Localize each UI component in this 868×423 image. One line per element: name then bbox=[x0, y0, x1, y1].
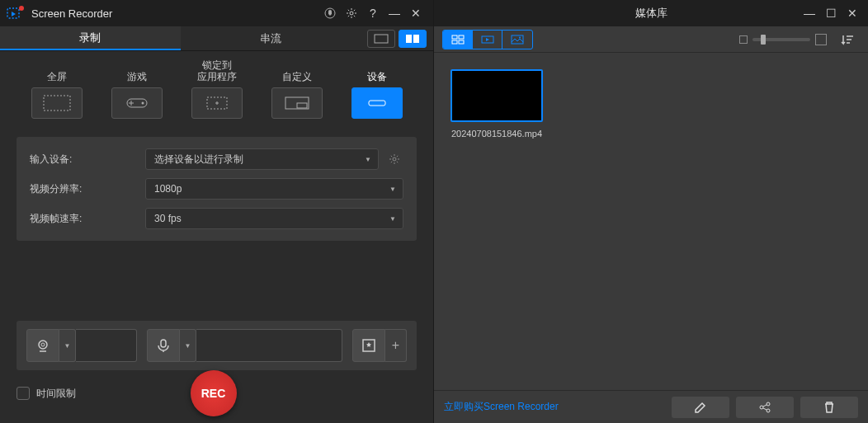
microphone-button[interactable] bbox=[147, 329, 180, 362]
framerate-dropdown[interactable]: 30 fps bbox=[145, 208, 403, 229]
svg-point-30 bbox=[767, 409, 770, 412]
settings-icon[interactable] bbox=[341, 2, 362, 24]
mode-game[interactable]: 游戏 bbox=[104, 59, 170, 119]
media-thumbnail bbox=[451, 69, 543, 122]
library-titlebar: 媒体库 — ☐ ✕ bbox=[434, 0, 868, 26]
share-button[interactable] bbox=[736, 397, 794, 418]
minimize-icon[interactable]: — bbox=[384, 2, 405, 24]
svg-rect-8 bbox=[44, 96, 70, 110]
svg-rect-20 bbox=[452, 35, 457, 39]
time-limit-label: 时间限制 bbox=[36, 387, 76, 401]
thumbnail-size-slider[interactable] bbox=[752, 38, 810, 41]
webcam-overlay-dropdown[interactable]: ▼ bbox=[59, 329, 76, 362]
svg-point-28 bbox=[760, 406, 763, 409]
svg-marker-1 bbox=[12, 12, 16, 16]
svg-point-27 bbox=[519, 36, 521, 38]
svg-marker-25 bbox=[486, 38, 489, 41]
microphone-dropdown[interactable]: ▼ bbox=[180, 329, 196, 362]
app-title: Screen Recorder bbox=[31, 7, 112, 20]
recorder-footer: 时间限制 REC bbox=[0, 370, 433, 423]
record-button[interactable]: REC bbox=[191, 370, 237, 416]
input-device-dropdown[interactable]: 选择设备以进行录制 bbox=[145, 148, 379, 170]
tab-stream[interactable]: 串流 bbox=[181, 26, 361, 50]
filter-image-button[interactable] bbox=[502, 31, 532, 49]
device-icon bbox=[351, 87, 403, 119]
capture-mode-row: 全屏 游戏 锁定到 应用程序 自定义 设备 bbox=[0, 51, 433, 124]
effects-button[interactable] bbox=[352, 329, 385, 362]
help-icon[interactable]: ? bbox=[362, 2, 384, 24]
svg-point-4 bbox=[350, 12, 353, 15]
thumb-small-icon[interactable] bbox=[739, 35, 748, 44]
recorder-panel: Screen Recorder ? — ✕ 录制 串流 全屏 游戏 锁定到 应用… bbox=[0, 0, 433, 423]
input-device-label: 输入设备: bbox=[30, 153, 145, 167]
svg-point-29 bbox=[767, 402, 770, 406]
svg-rect-5 bbox=[375, 35, 388, 43]
filter-video-button[interactable] bbox=[473, 31, 502, 49]
add-overlay-button[interactable]: + bbox=[385, 329, 407, 362]
resolution-label: 视频分辨率: bbox=[30, 182, 145, 196]
library-maximize-icon[interactable]: ☐ bbox=[820, 2, 842, 24]
mode-device[interactable]: 设备 bbox=[344, 59, 410, 119]
custom-region-icon bbox=[271, 87, 323, 119]
mode-fullscreen[interactable]: 全屏 bbox=[24, 59, 90, 119]
filter-group bbox=[442, 30, 533, 49]
overlay-controls: ▼ ▼ + bbox=[17, 321, 417, 370]
layout-toggle-group bbox=[361, 30, 433, 48]
gamepad-icon bbox=[111, 87, 163, 119]
svg-rect-21 bbox=[459, 35, 464, 39]
media-item[interactable]: 20240708151846.mp4 bbox=[451, 69, 543, 139]
thumb-large-icon[interactable] bbox=[815, 34, 827, 45]
fullscreen-icon bbox=[31, 87, 83, 119]
app-logo-icon bbox=[7, 6, 25, 21]
mode-lock-app[interactable]: 锁定到 应用程序 bbox=[184, 59, 250, 119]
tab-record[interactable]: 录制 bbox=[0, 26, 181, 50]
layout-dual-button[interactable] bbox=[399, 30, 427, 48]
svg-point-2 bbox=[19, 6, 24, 11]
main-tabs: 录制 串流 bbox=[0, 26, 433, 51]
library-close-icon[interactable]: ✕ bbox=[842, 2, 863, 24]
svg-rect-13 bbox=[297, 103, 307, 108]
svg-point-17 bbox=[41, 343, 45, 346]
svg-rect-14 bbox=[369, 101, 385, 106]
library-title: 媒体库 bbox=[635, 6, 668, 21]
resolution-dropdown[interactable]: 1080p bbox=[145, 178, 403, 200]
svg-rect-6 bbox=[406, 35, 412, 43]
svg-point-16 bbox=[39, 341, 47, 349]
media-library-panel: 媒体库 — ☐ ✕ 20240708151846.mp4 立即购买Screen … bbox=[433, 0, 868, 423]
edit-button[interactable] bbox=[672, 397, 729, 418]
buy-link[interactable]: 立即购买Screen Recorder bbox=[444, 400, 559, 414]
svg-point-15 bbox=[393, 157, 396, 161]
delete-button[interactable] bbox=[800, 397, 858, 418]
webcam-overlay-button[interactable] bbox=[26, 329, 59, 362]
library-minimize-icon[interactable]: — bbox=[799, 2, 820, 24]
library-footer: 立即购买Screen Recorder bbox=[434, 390, 868, 423]
input-device-settings-icon[interactable] bbox=[385, 150, 403, 168]
layout-single-button[interactable] bbox=[367, 30, 395, 48]
framerate-label: 视频帧速率: bbox=[30, 212, 145, 226]
media-filename: 20240708151846.mp4 bbox=[451, 129, 542, 139]
recorder-titlebar: Screen Recorder ? — ✕ bbox=[0, 0, 433, 26]
time-limit-checkbox[interactable] bbox=[17, 387, 30, 400]
library-grid: 20240708151846.mp4 bbox=[434, 53, 868, 390]
svg-rect-22 bbox=[452, 40, 457, 44]
device-settings-group: 输入设备: 选择设备以进行录制 视频分辨率: 1080p 视频帧速率: 30 f… bbox=[17, 137, 417, 241]
library-toolbar bbox=[434, 26, 868, 53]
mode-custom[interactable]: 自定义 bbox=[264, 59, 330, 119]
sort-button[interactable] bbox=[835, 31, 860, 49]
svg-rect-7 bbox=[413, 35, 419, 43]
microphone-level bbox=[196, 329, 342, 362]
notifications-icon[interactable] bbox=[319, 2, 341, 24]
svg-rect-23 bbox=[459, 40, 464, 44]
svg-point-10 bbox=[141, 102, 144, 105]
filter-all-button[interactable] bbox=[443, 31, 473, 49]
close-icon[interactable]: ✕ bbox=[405, 2, 427, 24]
lock-app-icon bbox=[191, 87, 243, 119]
svg-rect-26 bbox=[512, 35, 523, 44]
webcam-preview bbox=[76, 329, 137, 362]
svg-rect-18 bbox=[161, 340, 166, 347]
thumbnail-size-control bbox=[739, 34, 827, 45]
